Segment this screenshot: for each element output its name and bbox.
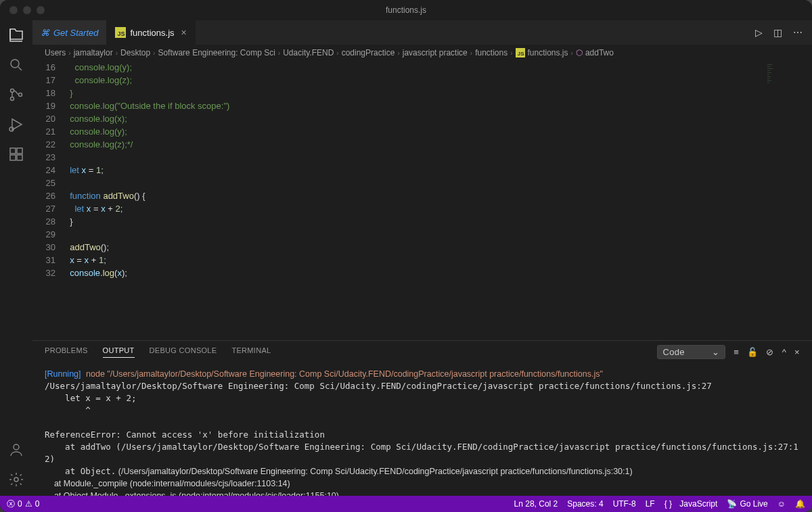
symbol-icon: ⬡ bbox=[576, 48, 583, 57]
extensions-icon[interactable] bbox=[8, 146, 24, 162]
panel-actions: Code⌄ ≡ 🔓 ⊘ ^ × bbox=[657, 345, 800, 359]
maximize-panel-icon[interactable]: ^ bbox=[782, 347, 786, 357]
accounts-icon[interactable] bbox=[8, 442, 24, 458]
settings-gear-icon[interactable] bbox=[8, 471, 24, 488]
breadcrumb-symbol[interactable]: addTwo bbox=[585, 48, 614, 57]
titlebar: functions.js bbox=[0, 0, 812, 20]
panel-tab-output[interactable]: OUTPUT bbox=[103, 346, 135, 358]
run-icon[interactable]: ▷ bbox=[755, 27, 763, 38]
panel-tab-problems[interactable]: PROBLEMS bbox=[45, 346, 88, 357]
broadcast-icon: 📡 bbox=[727, 499, 737, 509]
status-go-live[interactable]: 📡Go Live bbox=[727, 499, 767, 509]
error-icon: ⓧ bbox=[7, 498, 15, 510]
status-bell-icon[interactable]: 🔔 bbox=[795, 499, 805, 509]
breadcrumb[interactable]: Users›jamaltaylor›Desktop›Software Engin… bbox=[32, 45, 812, 61]
explorer-icon[interactable] bbox=[8, 27, 24, 43]
more-actions-icon[interactable]: ⋯ bbox=[793, 27, 803, 38]
status-bar: ⓧ0 ⚠0 Ln 28, Col 2 Spaces: 4 UTF-8 LF { … bbox=[0, 496, 812, 512]
run-debug-icon[interactable] bbox=[8, 116, 24, 133]
breadcrumb-segment[interactable]: Desktop bbox=[120, 48, 150, 57]
status-feedback-icon[interactable]: ☺ bbox=[777, 499, 786, 509]
line-numbers: 1617181920212223242526272829303132 bbox=[32, 61, 65, 340]
tab-functions-js[interactable]: JS functions.js × bbox=[107, 20, 195, 45]
output-content[interactable]: [Running] node "/Users/jamaltaylor/Deskt… bbox=[32, 363, 812, 496]
panel-tabs: PROBLEMS OUTPUT DEBUG CONSOLE TERMINAL C… bbox=[32, 341, 812, 363]
svg-point-1 bbox=[11, 89, 14, 93]
svg-rect-5 bbox=[10, 148, 16, 154]
search-icon[interactable] bbox=[8, 57, 24, 73]
workbench: ⌘ Get Started JS functions.js × ▷ ◫ ⋯ Us… bbox=[0, 20, 812, 496]
js-file-icon: JS bbox=[516, 48, 525, 57]
breadcrumb-segment[interactable]: javascript practice bbox=[403, 48, 468, 57]
close-dot[interactable] bbox=[9, 6, 18, 14]
vscode-window: functions.js ⌘ Get Started JS functions.… bbox=[0, 0, 812, 512]
svg-rect-6 bbox=[10, 155, 16, 160]
status-problems[interactable]: ⓧ0 ⚠0 bbox=[7, 498, 39, 510]
lock-icon[interactable]: 🔓 bbox=[747, 347, 758, 357]
editor-group: ⌘ Get Started JS functions.js × ▷ ◫ ⋯ Us… bbox=[32, 20, 812, 496]
editor-actions: ▷ ◫ ⋯ bbox=[755, 20, 812, 45]
breadcrumb-segment[interactable]: functions bbox=[475, 48, 508, 57]
breadcrumb-segment[interactable]: codingPractice bbox=[342, 48, 395, 57]
panel-tab-debug[interactable]: DEBUG CONSOLE bbox=[150, 346, 217, 357]
status-cursor-position[interactable]: Ln 28, Col 2 bbox=[514, 499, 558, 509]
filter-icon[interactable]: ≡ bbox=[734, 347, 739, 357]
breadcrumb-segment[interactable]: Software Engineering: Comp Sci bbox=[158, 48, 275, 57]
source-control-icon[interactable] bbox=[8, 87, 24, 103]
close-icon[interactable]: × bbox=[181, 27, 187, 38]
svg-point-10 bbox=[14, 478, 18, 482]
svg-point-3 bbox=[19, 93, 22, 97]
svg-rect-8 bbox=[17, 148, 22, 154]
svg-point-9 bbox=[14, 444, 19, 450]
tab-label: functions.js bbox=[130, 28, 174, 38]
minimize-dot[interactable] bbox=[23, 6, 31, 14]
close-panel-icon[interactable]: × bbox=[794, 347, 800, 357]
tab-bar: ⌘ Get Started JS functions.js × ▷ ◫ ⋯ bbox=[32, 20, 812, 45]
tab-label: Get Started bbox=[53, 28, 98, 38]
warning-icon: ⚠ bbox=[25, 499, 32, 509]
svg-rect-7 bbox=[17, 155, 22, 160]
js-file-icon: JS bbox=[115, 27, 126, 38]
status-eol[interactable]: LF bbox=[646, 499, 655, 509]
editor-area: 1617181920212223242526272829303132 conso… bbox=[32, 61, 812, 340]
vscode-icon: ⌘ bbox=[41, 28, 49, 38]
status-encoding[interactable]: UTF-8 bbox=[613, 499, 636, 509]
breadcrumb-segment[interactable]: Udacity.FEND bbox=[283, 48, 334, 57]
breadcrumb-file[interactable]: functions.js bbox=[528, 48, 568, 57]
breadcrumb-segment[interactable]: Users bbox=[45, 48, 66, 57]
status-language[interactable]: { } JavaScript bbox=[664, 499, 718, 509]
code-editor[interactable]: 1617181920212223242526272829303132 conso… bbox=[32, 61, 765, 340]
panel: PROBLEMS OUTPUT DEBUG CONSOLE TERMINAL C… bbox=[32, 340, 812, 496]
tab-get-started[interactable]: ⌘ Get Started bbox=[32, 20, 107, 45]
breadcrumb-segment[interactable]: jamaltaylor bbox=[74, 48, 113, 57]
output-channel-dropdown[interactable]: Code⌄ bbox=[657, 345, 726, 359]
minimap[interactable]: ▬▬▬▬▬▬▬▬▬▬▬▬▬▬▬▬▬▬▬▬▬▬▬▬▬▬▬▬▬▬▬▬▬▬▬▬▬▬▬▬… bbox=[765, 61, 812, 340]
svg-point-0 bbox=[11, 60, 19, 68]
activity-bar bbox=[0, 20, 32, 496]
window-title: functions.js bbox=[386, 5, 426, 15]
svg-point-2 bbox=[11, 97, 14, 101]
status-indentation[interactable]: Spaces: 4 bbox=[567, 499, 603, 509]
traffic-lights bbox=[0, 6, 45, 14]
split-editor-icon[interactable]: ◫ bbox=[773, 27, 782, 38]
clear-icon[interactable]: ⊘ bbox=[766, 347, 773, 357]
zoom-dot[interactable] bbox=[37, 6, 45, 14]
code-content[interactable]: console.log(y); console.log(z); } consol… bbox=[65, 61, 765, 340]
panel-tab-terminal[interactable]: TERMINAL bbox=[231, 346, 271, 357]
chevron-down-icon: ⌄ bbox=[712, 347, 719, 357]
